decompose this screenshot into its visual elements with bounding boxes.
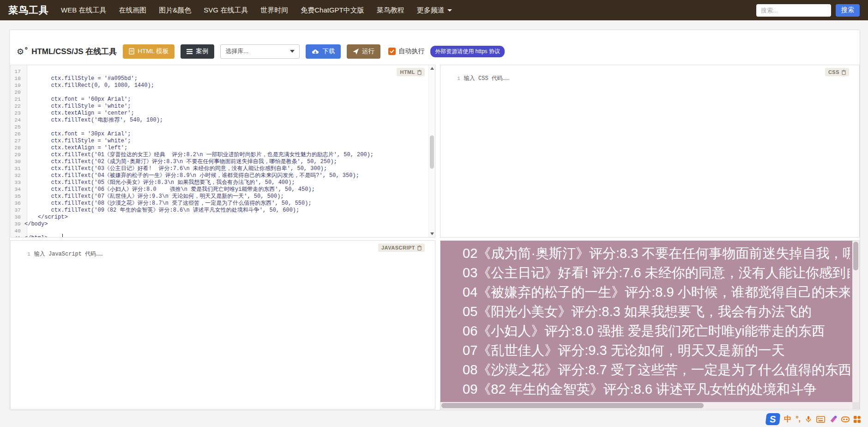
code-text: ctx.fillStyle = 'white'; [24,103,131,110]
skin-icon[interactable] [829,415,837,423]
line-number: 36 [11,200,24,207]
code-line: 20 [11,89,428,96]
code-text: ctx.fillText('03《公主日记》好看! 评分:7.6\n 未经你的同… [24,165,327,172]
line-number: 17 [11,68,24,75]
line-number: 19 [11,82,24,89]
line-number: 26 [11,130,24,137]
line-number: 21 [11,96,24,103]
download-button[interactable]: 下载 [306,44,341,59]
preview-vertical-scrollbar[interactable] [852,241,859,402]
trash-icon [417,70,422,75]
brand-logo[interactable]: 菜鸟工具 [8,4,49,17]
code-line: 31 ctx.fillText('03《公主日记》好看! 评分:7.6\n 未经… [11,165,428,172]
line-number: 40 [11,227,24,234]
line-number: 34 [11,186,24,193]
code-line: 17 [11,68,428,75]
code-text: </body> [24,221,48,227]
code-line: 25 [11,123,428,130]
nav-menu-item[interactable]: 菜鸟教程 [377,6,404,15]
scroll-up-arrow-icon[interactable] [430,67,434,70]
code-text: ctx.fillStyle = 'white'; [24,138,131,144]
code-text: ctx.fillText('07《乱世佳人》评分:9.3\n 无论如何，明天又是… [24,193,284,200]
js-placeholder: 输入 JavaScript 代码…… [34,251,103,257]
code-line: 35 ctx.fillText('07《乱世佳人》评分:9.3\n 无论如何，明… [11,193,428,200]
line-number: 23 [11,110,24,116]
code-text: ctx.fillText('04《被嫌弃的松子的一生》评分:8.9\n 小时候，… [24,172,359,179]
code-text: ctx.fillText('08《沙漠之花》评分:8.7\n 受了这些苦，一定是… [24,200,312,207]
scrollbar-thumb[interactable] [430,135,434,169]
code-text: ctx.font = '60px Arial'; [24,96,131,103]
preview-horizontal-scrollbar[interactable] [440,402,852,409]
code-text: ctx.font = '30px Arial'; [24,131,131,137]
html-editor-panel[interactable]: 17 18 ctx.fillStyle = '#a095bd'; 19 ctx.… [10,65,435,238]
nav-menu: WEB 在线工具在线画图图片&颜色SVG 在线工具世界时间免费ChatGPT中文… [61,6,404,15]
code-line: 33 ctx.fillText('05《阳光小美女》评分:8.3\n 如果我想要… [11,179,428,186]
line-number: 30 [11,158,24,165]
line-number: 35 [11,193,24,200]
cloud-download-icon [312,49,319,55]
microphone-icon[interactable] [805,415,812,423]
scrollbar-thumb[interactable] [853,242,858,270]
run-button[interactable]: 运行 [347,44,380,59]
html-editor-scrollbar[interactable] [428,65,435,237]
preview-text-line: 05《阳光小美女》评分:8.3 如果我想要飞，我会有办法飞的 [463,302,850,321]
chinese-mode-icon[interactable]: 中 [784,415,791,424]
nav-menu-item[interactable]: 在线画图 [119,6,146,15]
css-editor-panel[interactable]: 1输入 CSS 代码…… CSS [440,65,860,238]
punctuation-icon[interactable]: °, [796,415,801,423]
code-line: 38 </script> [11,214,428,220]
code-line: 36 ctx.fillText('08《沙漠之花》评分:8.7\n 受了这些苦，… [11,200,428,207]
line-number: 29 [11,151,24,158]
sogou-logo[interactable]: S [766,413,781,425]
toolbox-grid-icon[interactable] [854,416,861,423]
text-cursor [62,234,63,238]
scroll-down-arrow-icon[interactable] [430,232,434,235]
code-line: 37 ctx.fillText('09《82 年生的金智英》评分:8.6\n 讲… [11,207,428,214]
https-protocol-badge: 外部资源请使用 https 协议 [430,46,505,57]
list-icon [187,49,193,54]
html-template-button[interactable]: HTML 模板 [123,44,175,59]
search-input[interactable] [756,4,831,17]
search-button[interactable]: 搜索 [836,4,860,17]
nav-menu-item[interactable]: 图片&颜色 [159,6,191,15]
nav-menu-item[interactable]: WEB 在线工具 [61,6,106,15]
js-panel-badge: JAVASCRIPT [378,244,425,252]
code-text: ctx.fillText('09《82 年生的金智英》评分:8.6\n 讲述平凡… [24,207,299,214]
library-select[interactable]: 选择库... [220,44,300,59]
line-number: 1 [454,75,464,82]
line-number: 38 [11,214,24,220]
nav-menu-item[interactable]: 免费ChatGPT中文版 [301,6,364,15]
nav-more-label: 更多频道 [417,6,445,15]
chevron-down-icon [447,9,452,12]
code-text: ctx.fillText('电影推荐', 540, 100); [24,117,163,123]
code-line: 39</body> [11,220,428,227]
code-line: 40 [11,227,428,234]
preview-output-panel[interactable]: 02《成为简·奥斯汀》评分:8.3 不要在任何事物面前迷失掉自我，哪怕是教条03… [440,240,860,409]
nav-menu-item[interactable]: SVG 在线工具 [204,6,248,15]
nav-menu-item[interactable]: 世界时间 [260,6,288,15]
js-editor-panel[interactable]: 1输入 JavaScript 代码…… JAVASCRIPT [10,240,435,409]
examples-button[interactable]: 案例 [181,44,214,59]
emoji-icon[interactable] [841,416,850,422]
code-line: 23 ctx.textAlign = 'center'; [11,110,428,116]
code-text: ctx.fillRect(0, 0, 1080, 1440); [24,82,154,89]
top-navbar: 菜鸟工具 WEB 在线工具在线画图图片&颜色SVG 在线工具世界时间免费Chat… [0,0,868,20]
html-editor-code-area[interactable]: 17 18 ctx.fillStyle = '#a095bd'; 19 ctx.… [11,65,435,237]
file-icon [129,48,134,55]
code-line: 26 ctx.font = '30px Arial'; [11,130,428,137]
ime-tray: S 中 °, [766,413,861,425]
line-number: 41 [11,234,24,238]
autorun-checkbox[interactable] [388,48,396,55]
code-line: 27 ctx.fillStyle = 'white'; [11,137,428,144]
preview-text: 02《成为简·奥斯汀》评分:8.3 不要在任何事物面前迷失掉自我，哪怕是教条03… [463,244,850,399]
preview-text-line: 04《被嫌弃的松子的一生》评分:8.9 小时候，谁都觉得自己的未来闪闪发光，不是… [463,282,850,302]
line-number: 32 [11,172,24,179]
code-text: </html> [24,235,48,238]
line-number: 18 [11,75,24,82]
preview-text-line: 09《82 年生的金智英》评分:8.6 讲述平凡女性的处境和斗争 [463,379,850,399]
code-line: 24 ctx.fillText('电影推荐', 540, 100); [11,116,428,123]
nav-more-channels[interactable]: 更多频道 [417,6,452,15]
scrollbar-thumb[interactable] [441,403,704,408]
keyboard-icon[interactable] [816,416,825,423]
check-icon [390,49,394,53]
